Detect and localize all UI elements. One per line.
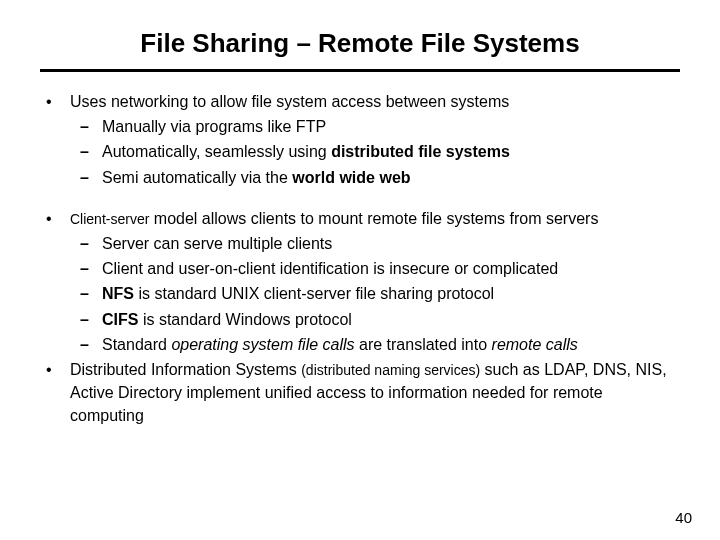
text: are translated into (355, 336, 492, 353)
text: is standard UNIX client-server file shar… (134, 285, 494, 302)
text: Standard (102, 336, 171, 353)
bullet-1-text: Uses networking to allow file system acc… (70, 93, 509, 110)
bold-text: world wide web (292, 169, 410, 186)
bullet-1-sublist: Manually via programs like FTP Automatic… (70, 115, 680, 189)
text: is standard Windows protocol (138, 311, 351, 328)
text: model allows clients to mount remote fil… (149, 210, 598, 227)
bullet-1-sub-2: Automatically, seamlessly using distribu… (70, 140, 680, 163)
bullet-2-sub-3: NFS is standard UNIX client-server file … (70, 282, 680, 305)
bullet-3: Distributed Information Systems (distrib… (40, 358, 680, 428)
bold-text: distributed file systems (331, 143, 510, 160)
page-number: 40 (675, 509, 692, 526)
bullet-2-sub-4: CIFS is standard Windows protocol (70, 308, 680, 331)
slide: File Sharing – Remote File Systems Uses … (0, 0, 720, 540)
bullet-1: Uses networking to allow file system acc… (40, 90, 680, 189)
text: Client and user-on-client identification… (102, 260, 558, 277)
text: Automatically, seamlessly using (102, 143, 331, 160)
bullet-2-sublist: Server can serve multiple clients Client… (70, 232, 680, 356)
italic-text: remote calls (492, 336, 578, 353)
bullet-2-sub-2: Client and user-on-client identification… (70, 257, 680, 280)
bold-text: NFS (102, 285, 134, 302)
bullet-2-sub-1: Server can serve multiple clients (70, 232, 680, 255)
text: Server can serve multiple clients (102, 235, 332, 252)
small-text: Client-server (70, 211, 149, 227)
text: Semi automatically via the (102, 169, 292, 186)
bold-text: CIFS (102, 311, 138, 328)
bullet-2: Client-server model allows clients to mo… (40, 207, 680, 356)
bullet-2-sub-5: Standard operating system file calls are… (70, 333, 680, 356)
bullet-1-sub-1: Manually via programs like FTP (70, 115, 680, 138)
text: Distributed Information Systems (70, 361, 301, 378)
slide-title: File Sharing – Remote File Systems (40, 28, 680, 59)
bullet-1-sub-3: Semi automatically via the world wide we… (70, 166, 680, 189)
title-divider (40, 69, 680, 72)
italic-text: operating system file calls (171, 336, 354, 353)
small-text: (distributed naming services) (301, 362, 480, 378)
top-bullet-list: Uses networking to allow file system acc… (40, 90, 680, 427)
text: Manually via programs like FTP (102, 118, 326, 135)
